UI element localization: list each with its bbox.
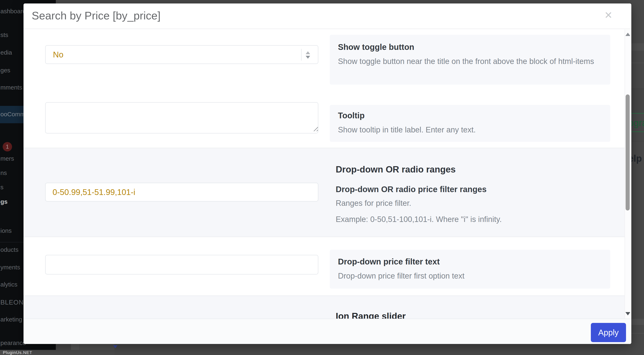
desc-example: Example: 0-50,51-100,101-i. Where "i" is… [336, 215, 610, 224]
sidebar-item-woocommerce-label: ooComm [0, 111, 25, 118]
backdrop-stripe [631, 88, 644, 113]
scroll-up-icon[interactable] [626, 33, 630, 36]
row-band [24, 296, 624, 318]
backdrop-stripe [631, 319, 644, 325]
select-arrow-icon [113, 345, 118, 348]
filter-text-input[interactable] [45, 255, 318, 274]
spinner-up-icon [306, 51, 310, 54]
select-value: No [53, 50, 64, 59]
desc-text: Show tooltip in title label. Enter any t… [338, 124, 602, 136]
apply-button[interactable]: Apply [591, 323, 626, 342]
status-link-text: PluginUs.NET [3, 350, 32, 355]
show-toggle-select[interactable]: No [45, 45, 318, 64]
close-icon[interactable]: ✕ [604, 10, 612, 20]
scroll-down-icon[interactable] [626, 312, 630, 315]
backdrop-divider [631, 333, 644, 334]
desc-show-toggle: Show toggle button Show toggle button ne… [330, 35, 610, 84]
desc-title: Show toggle button [338, 42, 602, 52]
section-heading-ion-range: Ion Range slider [336, 311, 406, 318]
select-divider [301, 49, 302, 61]
desc-ranges: Drop-down OR radio ranges Drop-down OR r… [336, 164, 610, 224]
browser-status-bar: PluginUs.NET [0, 350, 114, 355]
backdrop-stripe [631, 43, 644, 51]
sidebar-count-badge: 1 [3, 142, 12, 152]
spinner-down-icon [306, 56, 310, 59]
desc-text: Ranges for price filter. [336, 199, 610, 208]
settings-modal: Search by Price [by_price] ✕ No Show tog… [24, 4, 631, 344]
backdrop-divider [631, 141, 644, 142]
tooltip-textarea[interactable] [45, 102, 318, 134]
desc-title: Drop-down price filter text [338, 257, 602, 266]
desc-title: Tooltip [338, 111, 602, 120]
modal-body: No Show toggle button Show toggle button… [24, 30, 624, 318]
backdrop-patch [80, 344, 114, 350]
desc-filter-text: Drop-down price filter text Drop-down pr… [330, 250, 610, 288]
modal-scrollbar[interactable] [624, 30, 630, 318]
backdrop-divider [631, 63, 644, 63]
desc-tooltip: Tooltip Show tooltip in title label. Ent… [330, 105, 610, 142]
modal-footer: Apply [24, 318, 631, 344]
price-ranges-input[interactable] [45, 183, 318, 202]
desc-title: Drop-down OR radio price filter ranges [336, 185, 610, 194]
modal-header: Search by Price [by_price] ✕ [24, 4, 631, 29]
scrollbar-thumb[interactable] [626, 94, 630, 210]
backdrop-bottom-strip [56, 344, 644, 350]
modal-title: Search by Price [by_price] [32, 9, 160, 22]
section-heading: Drop-down OR radio ranges [336, 164, 610, 174]
desc-text: Drop-down price filter first option text [338, 270, 602, 282]
desc-text: Show toggle button near the title on the… [338, 56, 602, 68]
backdrop-patch [71, 344, 80, 350]
